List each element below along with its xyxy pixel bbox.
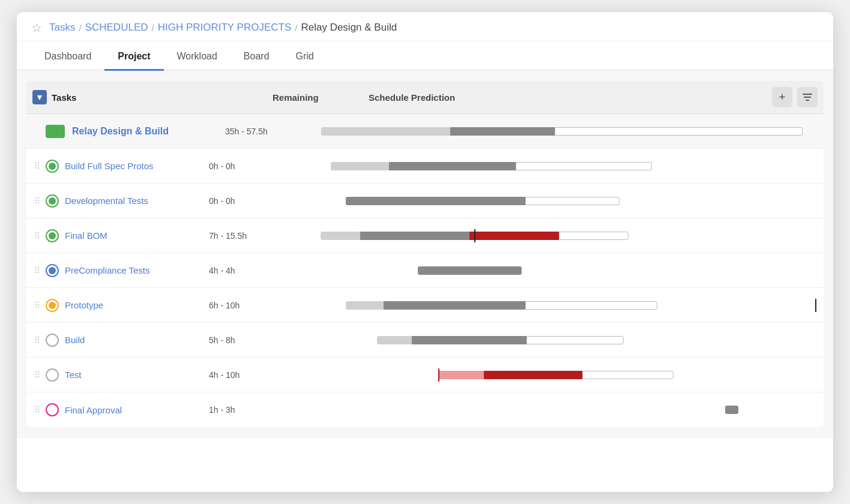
row-name-precompliance[interactable]: PreCompliance Tests	[65, 265, 209, 275]
row-schedule-dev-tests	[305, 193, 818, 209]
drag-handle[interactable]: ⠿	[32, 266, 42, 275]
row-name-test[interactable]: Test	[65, 370, 209, 380]
row-remaining-precompliance: 4h - 4h	[209, 266, 305, 275]
tab-project[interactable]: Project	[104, 43, 163, 71]
breadcrumb-scheduled[interactable]: SCHEDULED	[85, 22, 148, 34]
tasks-label: Tasks	[52, 92, 76, 103]
row-remaining-build-full-spec: 0h - 0h	[209, 161, 305, 171]
drag-handle[interactable]: ⠿	[32, 301, 42, 310]
row-schedule-build-full-spec	[305, 158, 818, 175]
row-remaining-final-approval: 1h - 3h	[209, 405, 305, 415]
status-icon-orange	[46, 299, 59, 312]
tab-dashboard[interactable]: Dashboard	[31, 43, 104, 71]
drag-handle[interactable]: ⠿	[32, 370, 42, 380]
breadcrumb-high-priority[interactable]: HIGH PRIORITY PROJECTS	[158, 22, 292, 34]
header-actions: +	[772, 87, 818, 107]
row-name-build-full-spec[interactable]: Build Full Spec Protos	[65, 161, 209, 171]
col-schedule-header: Schedule Prediction	[369, 92, 772, 103]
row-name-dev-tests[interactable]: Developmental Tests	[65, 196, 209, 206]
table-header: ▼ Tasks Remaining Schedule Prediction +	[26, 81, 824, 114]
table-row: ⠿ Final BOM 7h - 15.5h	[26, 218, 824, 253]
table-row: Relay Design & Build 35h - 57.5h	[26, 114, 824, 149]
row-name-build[interactable]: Build	[65, 335, 209, 345]
row-remaining-relay: 35h - 57.5h	[225, 127, 321, 136]
row-remaining-test: 4h - 10h	[209, 370, 305, 380]
row-remaining-prototype: 6h - 10h	[209, 301, 305, 310]
status-icon-gray-2	[46, 368, 59, 382]
breadcrumb: ☆ Tasks / SCHEDULED / HIGH PRIORITY PROJ…	[17, 12, 833, 41]
row-schedule-prototype	[305, 297, 818, 314]
tab-grid[interactable]: Grid	[283, 43, 327, 71]
row-name-final-approval[interactable]: Final Approval	[65, 405, 209, 415]
row-schedule-final-bom	[305, 227, 818, 244]
drag-handle[interactable]: ⠿	[32, 335, 42, 345]
table-row: ⠿ Final Approval 1h - 3h	[26, 392, 824, 427]
row-remaining-dev-tests: 0h - 0h	[209, 196, 305, 206]
breadcrumb-sep-1: /	[79, 23, 81, 33]
drag-handle[interactable]: ⠿	[32, 161, 42, 171]
main-content: ▼ Tasks Remaining Schedule Prediction + …	[17, 70, 833, 438]
tasks-icon[interactable]: ▼	[32, 90, 47, 104]
drag-handle[interactable]: ⠿	[32, 231, 42, 241]
breadcrumb-sep-2: /	[152, 23, 154, 33]
col-tasks-header: ▼ Tasks	[32, 90, 273, 104]
status-icon-pink	[46, 403, 59, 416]
table-row: ⠿ Developmental Tests 0h - 0h	[26, 184, 824, 218]
breadcrumb-all[interactable]: Tasks	[49, 22, 75, 34]
table-row: ⠿ PreCompliance Tests 4h - 4h	[26, 253, 824, 288]
nav-tabs: Dashboard Project Workload Board Grid	[17, 41, 833, 70]
col-remaining-header: Remaining	[273, 92, 369, 103]
row-name-relay[interactable]: Relay Design & Build	[72, 126, 225, 137]
table-row: ⠿ Prototype 6h - 10h	[26, 288, 824, 323]
breadcrumb-current: Relay Design & Build	[301, 22, 397, 34]
drag-handle[interactable]: ⠿	[32, 405, 42, 415]
row-schedule-relay	[321, 123, 818, 140]
table-row: ⠿ Test 4h - 10h	[26, 358, 824, 392]
star-icon[interactable]: ☆	[31, 20, 42, 35]
app-window: ☆ Tasks / SCHEDULED / HIGH PRIORITY PROJ…	[17, 12, 833, 492]
breadcrumb-sep-3: /	[295, 23, 297, 33]
tab-workload[interactable]: Workload	[164, 43, 231, 71]
table-row: ⠿ Build 5h - 8h	[26, 323, 824, 358]
table-row: ⠿ Build Full Spec Protos 0h - 0h	[26, 149, 824, 184]
add-button[interactable]: +	[772, 87, 792, 107]
status-icon-blue	[46, 264, 59, 277]
status-icon-green-3	[46, 229, 59, 242]
filter-button[interactable]	[797, 87, 818, 107]
row-schedule-final-approval	[305, 401, 818, 418]
row-name-final-bom[interactable]: Final BOM	[65, 230, 209, 241]
status-icon-gray	[46, 334, 59, 347]
drag-handle[interactable]: ⠿	[32, 196, 42, 206]
row-remaining-build: 5h - 8h	[209, 335, 305, 345]
status-icon-green	[46, 160, 59, 173]
table-body: Relay Design & Build 35h - 57.5h ⠿ Build…	[26, 114, 824, 427]
row-schedule-precompliance	[305, 262, 818, 279]
project-folder-icon	[46, 125, 65, 138]
status-icon-green-2	[46, 194, 59, 208]
row-schedule-build	[305, 332, 818, 349]
row-name-prototype[interactable]: Prototype	[65, 300, 209, 310]
row-schedule-test	[305, 367, 818, 383]
tab-board[interactable]: Board	[231, 43, 283, 71]
row-remaining-final-bom: 7h - 15.5h	[209, 231, 305, 241]
